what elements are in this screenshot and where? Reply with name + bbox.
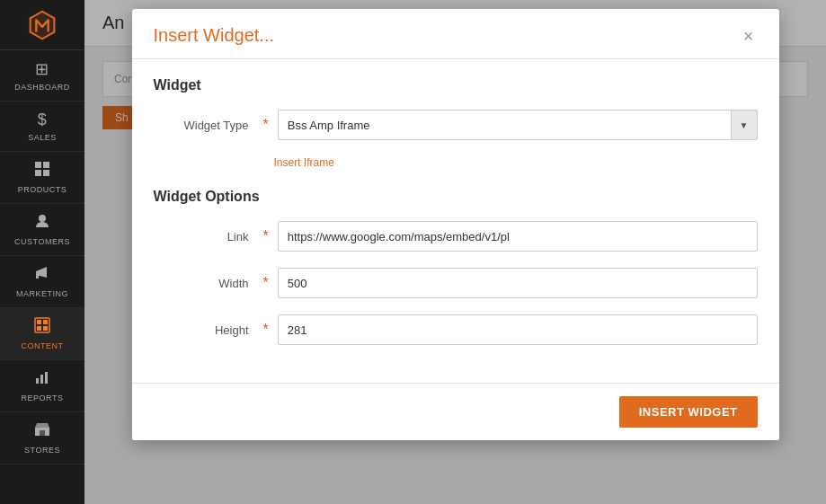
widget-type-select[interactable]: Bss Amp Iframe: [278, 110, 731, 140]
products-icon: [34, 161, 50, 181]
sidebar-item-label: MARKETING: [16, 289, 68, 298]
sidebar-item-label: STORES: [24, 446, 60, 455]
content-icon: [34, 317, 50, 338]
svg-rect-11: [37, 326, 41, 331]
sidebar-item-marketing[interactable]: MARKETING: [0, 256, 84, 308]
modal-close-button[interactable]: ×: [740, 27, 758, 45]
select-dropdown-button[interactable]: ▼: [731, 110, 758, 140]
required-star: *: [263, 322, 269, 338]
sidebar-item-sales[interactable]: $ SALES: [0, 102, 84, 152]
height-input[interactable]: [278, 314, 758, 345]
main-content: An Con Sh Insert Widget... × Widget Widg…: [84, 0, 826, 504]
svg-rect-15: [45, 372, 48, 384]
insert-widget-modal: Insert Widget... × Widget Widget Type * …: [132, 9, 779, 440]
sidebar-logo: [0, 0, 84, 50]
svg-rect-9: [37, 320, 41, 324]
sales-icon: $: [38, 111, 48, 129]
svg-rect-3: [43, 162, 49, 168]
sidebar-item-label: CUSTOMERS: [14, 237, 70, 246]
sidebar-item-reports[interactable]: REPORTS: [0, 360, 84, 412]
svg-marker-0: [29, 9, 56, 40]
sidebar-item-label: CONTENT: [22, 341, 64, 350]
sidebar-item-content[interactable]: CONTENT: [0, 308, 84, 360]
width-row: Width *: [154, 268, 758, 298]
modal-header: Insert Widget... ×: [132, 9, 779, 59]
svg-rect-7: [36, 275, 39, 279]
modal-footer: Insert Widget: [132, 383, 779, 440]
width-label: Width: [154, 277, 262, 290]
stores-icon: [34, 421, 50, 442]
widget-type-row: Widget Type * Bss Amp Iframe ▼: [154, 110, 758, 140]
dashboard-icon: ⊞: [35, 59, 49, 79]
sidebar-item-label: SALES: [28, 133, 57, 142]
widget-options-title: Widget Options: [154, 189, 758, 205]
sidebar-item-dashboard[interactable]: ⊞ DASHBOARD: [0, 50, 84, 102]
widget-options-section: Widget Options Link * Width *: [154, 189, 758, 345]
svg-rect-17: [40, 430, 45, 436]
sidebar-item-stores[interactable]: STORES: [0, 412, 84, 464]
sidebar-item-label: DASHBOARD: [14, 83, 70, 92]
customers-icon: [34, 213, 50, 234]
width-input[interactable]: [278, 268, 758, 298]
reports-icon: [34, 369, 50, 390]
widget-type-select-wrapper: Bss Amp Iframe ▼: [278, 110, 758, 140]
height-row: Height *: [154, 314, 758, 345]
sidebar-item-customers[interactable]: CUSTOMERS: [0, 204, 84, 256]
svg-rect-13: [36, 378, 39, 384]
widget-section-title: Widget: [154, 77, 758, 93]
required-star: *: [263, 275, 269, 291]
svg-rect-14: [40, 375, 43, 384]
svg-rect-12: [43, 326, 48, 331]
svg-rect-5: [43, 170, 49, 176]
required-star: *: [263, 117, 269, 133]
svg-rect-10: [43, 320, 48, 324]
widget-type-hint: Insert Iframe: [274, 156, 758, 169]
link-input[interactable]: [278, 221, 758, 252]
widget-section: Widget Widget Type * Bss Amp Iframe ▼: [154, 77, 758, 169]
svg-rect-2: [35, 162, 41, 168]
sidebar-item-label: PRODUCTS: [18, 185, 67, 194]
marketing-icon: [34, 265, 50, 286]
link-label: Link: [154, 230, 262, 243]
modal-body: Widget Widget Type * Bss Amp Iframe ▼: [132, 59, 779, 383]
sidebar-item-label: REPORTS: [22, 393, 64, 402]
link-row: Link *: [154, 221, 758, 252]
widget-type-label: Widget Type: [154, 119, 262, 132]
svg-rect-4: [35, 170, 41, 176]
sidebar: ⊞ DASHBOARD $ SALES PRODUCTS CUSTOMERS M…: [0, 0, 84, 504]
modal-title: Insert Widget...: [154, 25, 275, 46]
insert-widget-button[interactable]: Insert Widget: [619, 396, 758, 428]
magento-logo-icon: [25, 8, 59, 42]
svg-point-6: [39, 215, 46, 222]
required-star: *: [263, 228, 269, 244]
modal-overlay: Insert Widget... × Widget Widget Type * …: [84, 0, 826, 504]
height-label: Height: [154, 323, 262, 337]
sidebar-item-products[interactable]: PRODUCTS: [0, 152, 84, 204]
